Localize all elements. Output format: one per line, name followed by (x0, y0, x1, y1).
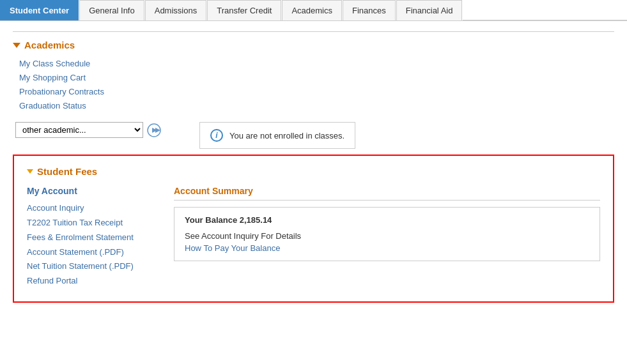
link-probationary-contracts[interactable]: Probationary Contracts (19, 85, 614, 99)
account-summary-title: Account Summary (174, 186, 600, 201)
summary-box: Your Balance 2,185.14 See Account Inquir… (174, 207, 600, 261)
balance-text: Your Balance 2,185.14 (185, 215, 589, 225)
my-account-title: My Account (27, 186, 155, 196)
tab-student-center[interactable]: Student Center (0, 0, 79, 20)
academics-collapse-icon[interactable] (13, 43, 20, 48)
academics-dropdown[interactable]: other academic... (15, 122, 143, 138)
student-fees-section: Student Fees My Account Account Inquiry … (13, 155, 614, 303)
link-account-inquiry[interactable]: Account Inquiry (27, 201, 155, 216)
my-account-panel: My Account Account Inquiry T2202 Tuition… (27, 186, 155, 289)
academics-controls-row: other academic... i You are not enrolled… (13, 122, 614, 149)
fees-body: My Account Account Inquiry T2202 Tuition… (27, 186, 600, 289)
link-refund-portal[interactable]: Refund Portal (27, 274, 155, 289)
academics-title: Academics (24, 40, 75, 50)
link-fees-enrolment[interactable]: Fees & Enrolment Statement (27, 231, 155, 245)
fees-collapse-icon[interactable] (27, 169, 33, 174)
link-my-shopping-cart[interactable]: My Shopping Cart (19, 71, 614, 85)
fees-header: Student Fees (27, 166, 600, 177)
link-my-class-schedule[interactable]: My Class Schedule (19, 57, 614, 71)
link-t2202-tax[interactable]: T2202 Tuition Tax Receipt (27, 216, 155, 231)
account-summary-panel: Account Summary Your Balance 2,185.14 Se… (174, 186, 600, 289)
link-account-statement-pdf[interactable]: Account Statement (.PDF) (27, 245, 155, 260)
tab-academics[interactable]: Academics (282, 0, 342, 20)
academics-links: My Class Schedule My Shopping Cart Proba… (19, 57, 614, 113)
fees-title: Student Fees (37, 166, 97, 177)
tab-finances[interactable]: Finances (343, 0, 396, 20)
academics-header: Academics (13, 40, 614, 50)
how-to-pay-link[interactable]: How To Pay Your Balance (185, 243, 589, 253)
tab-general-info[interactable]: General Info (79, 0, 144, 20)
tab-transfer-credit[interactable]: Transfer Credit (207, 0, 281, 20)
tab-financial-aid[interactable]: Financial Aid (396, 0, 463, 20)
top-separator (13, 31, 614, 32)
go-button[interactable] (147, 123, 161, 137)
main-content: Academics My Class Schedule My Shopping … (0, 21, 627, 315)
top-nav: Student Center General Info Admissions T… (0, 0, 627, 21)
academics-dropdown-row: other academic... (15, 122, 161, 138)
link-net-tuition-pdf[interactable]: Net Tuition Statement (.PDF) (27, 259, 155, 274)
not-enrolled-box: i You are not enrolled in classes. (199, 122, 355, 149)
nav-spacer (463, 0, 627, 20)
summary-note: See Account Inquiry For Details (185, 231, 589, 241)
info-icon: i (210, 129, 223, 142)
not-enrolled-text: You are not enrolled in classes. (229, 131, 344, 140)
tab-admissions[interactable]: Admissions (145, 0, 206, 20)
svg-marker-2 (155, 128, 160, 133)
link-graduation-status[interactable]: Graduation Status (19, 99, 614, 113)
